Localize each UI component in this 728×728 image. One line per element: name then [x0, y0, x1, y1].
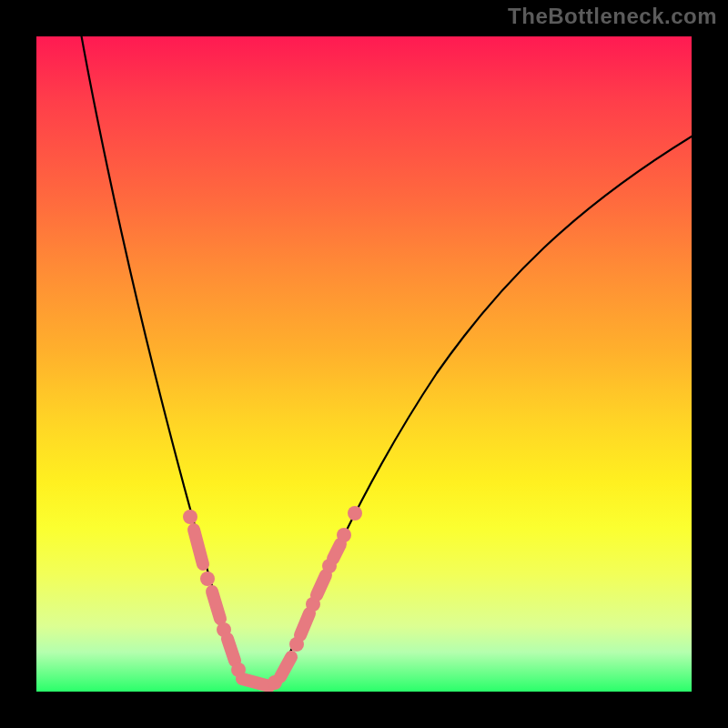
svg-line-13 [317, 575, 326, 595]
svg-line-11 [300, 613, 309, 635]
highlight-right-band [289, 506, 362, 652]
svg-point-0 [183, 510, 197, 524]
svg-line-9 [280, 657, 291, 677]
svg-line-15 [333, 544, 340, 559]
svg-line-5 [228, 639, 235, 661]
chart-frame: TheBottleneck.com [0, 0, 728, 728]
curve-svg [36, 36, 692, 692]
svg-line-7 [242, 679, 269, 686]
svg-line-1 [194, 530, 203, 564]
svg-point-17 [348, 506, 362, 521]
svg-point-2 [200, 571, 215, 586]
svg-point-16 [337, 528, 351, 542]
svg-line-3 [212, 592, 220, 619]
bottleneck-curve [78, 36, 692, 688]
highlight-bottom-band [242, 657, 291, 690]
plot-area [36, 36, 692, 692]
watermark-text: TheBottleneck.com [508, 4, 717, 29]
highlight-left-band [183, 510, 246, 677]
